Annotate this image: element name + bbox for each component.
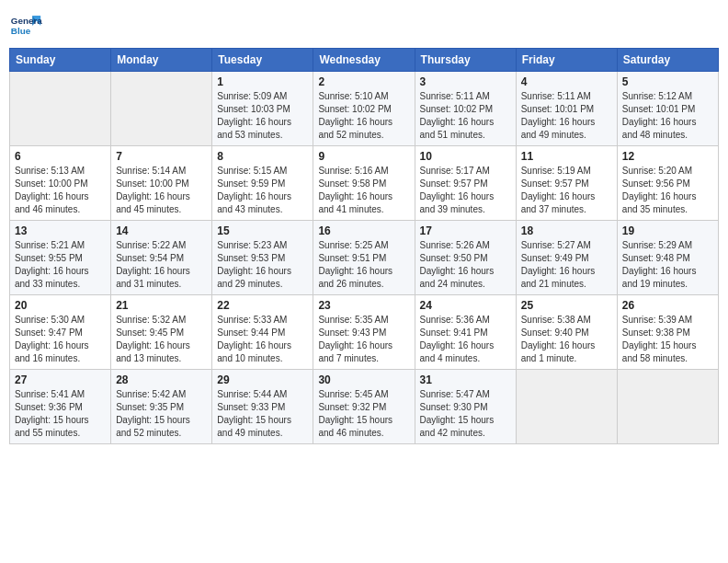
- calendar-cell: 20Sunrise: 5:30 AM Sunset: 9:47 PM Dayli…: [10, 295, 111, 370]
- day-number: 30: [318, 373, 409, 386]
- calendar-cell: 24Sunrise: 5:36 AM Sunset: 9:41 PM Dayli…: [415, 295, 516, 370]
- calendar-cell: 26Sunrise: 5:39 AM Sunset: 9:38 PM Dayli…: [617, 295, 718, 370]
- svg-text:General: General: [11, 16, 42, 26]
- day-number: 18: [521, 224, 612, 237]
- day-info: Sunrise: 5:35 AM Sunset: 9:43 PM Dayligh…: [318, 314, 409, 365]
- day-info: Sunrise: 5:11 AM Sunset: 10:01 PM Daylig…: [521, 90, 612, 142]
- calendar-cell: 4Sunrise: 5:11 AM Sunset: 10:01 PM Dayli…: [516, 72, 617, 146]
- day-info: Sunrise: 5:32 AM Sunset: 9:45 PM Dayligh…: [116, 314, 207, 365]
- day-header-wednesday: Wednesday: [313, 49, 415, 72]
- calendar-cell: 13Sunrise: 5:21 AM Sunset: 9:55 PM Dayli…: [10, 221, 111, 295]
- day-info: Sunrise: 5:22 AM Sunset: 9:54 PM Dayligh…: [116, 239, 207, 291]
- calendar-table: SundayMondayTuesdayWednesdayThursdayFrid…: [9, 48, 719, 444]
- calendar-cell: [516, 370, 617, 444]
- calendar-cell: 16Sunrise: 5:25 AM Sunset: 9:51 PM Dayli…: [313, 221, 415, 295]
- day-info: Sunrise: 5:25 AM Sunset: 9:51 PM Dayligh…: [318, 239, 409, 291]
- calendar-cell: 15Sunrise: 5:23 AM Sunset: 9:53 PM Dayli…: [212, 221, 313, 295]
- day-info: Sunrise: 5:17 AM Sunset: 9:57 PM Dayligh…: [420, 165, 511, 216]
- calendar-week-row: 27Sunrise: 5:41 AM Sunset: 9:36 PM Dayli…: [10, 370, 719, 444]
- day-info: Sunrise: 5:19 AM Sunset: 9:57 PM Dayligh…: [521, 165, 612, 216]
- day-number: 7: [116, 150, 207, 163]
- calendar-cell: 17Sunrise: 5:26 AM Sunset: 9:50 PM Dayli…: [415, 221, 516, 295]
- day-number: 28: [116, 373, 207, 386]
- calendar-cell: 22Sunrise: 5:33 AM Sunset: 9:44 PM Dayli…: [212, 295, 313, 370]
- calendar-cell: 8Sunrise: 5:15 AM Sunset: 9:59 PM Daylig…: [212, 146, 313, 221]
- day-info: Sunrise: 5:41 AM Sunset: 9:36 PM Dayligh…: [15, 388, 106, 440]
- calendar-cell: 3Sunrise: 5:11 AM Sunset: 10:02 PM Dayli…: [415, 72, 516, 146]
- calendar-header-row: SundayMondayTuesdayWednesdayThursdayFrid…: [10, 49, 719, 72]
- calendar-cell: 7Sunrise: 5:14 AM Sunset: 10:00 PM Dayli…: [111, 146, 212, 221]
- day-number: 4: [521, 75, 612, 88]
- day-number: 13: [15, 224, 106, 237]
- day-number: 26: [622, 299, 713, 312]
- day-info: Sunrise: 5:09 AM Sunset: 10:03 PM Daylig…: [217, 90, 308, 142]
- calendar-cell: 28Sunrise: 5:42 AM Sunset: 9:35 PM Dayli…: [111, 370, 212, 444]
- day-info: Sunrise: 5:44 AM Sunset: 9:33 PM Dayligh…: [217, 388, 308, 440]
- day-number: 29: [217, 373, 308, 386]
- day-number: 16: [318, 224, 409, 237]
- day-number: 1: [217, 75, 308, 88]
- day-number: 3: [420, 75, 511, 88]
- calendar-cell: 2Sunrise: 5:10 AM Sunset: 10:02 PM Dayli…: [313, 72, 415, 146]
- day-info: Sunrise: 5:42 AM Sunset: 9:35 PM Dayligh…: [116, 388, 207, 440]
- calendar-cell: 14Sunrise: 5:22 AM Sunset: 9:54 PM Dayli…: [111, 221, 212, 295]
- calendar-cell: 19Sunrise: 5:29 AM Sunset: 9:48 PM Dayli…: [617, 221, 718, 295]
- day-number: 27: [15, 373, 106, 386]
- day-number: 19: [622, 224, 713, 237]
- calendar-cell: 5Sunrise: 5:12 AM Sunset: 10:01 PM Dayli…: [617, 72, 718, 146]
- calendar-cell: [10, 72, 111, 146]
- day-info: Sunrise: 5:11 AM Sunset: 10:02 PM Daylig…: [420, 90, 511, 142]
- day-number: 6: [15, 150, 106, 163]
- calendar-cell: 10Sunrise: 5:17 AM Sunset: 9:57 PM Dayli…: [415, 146, 516, 221]
- day-number: 15: [217, 224, 308, 237]
- day-info: Sunrise: 5:15 AM Sunset: 9:59 PM Dayligh…: [217, 165, 308, 216]
- day-header-thursday: Thursday: [415, 49, 516, 72]
- day-number: 21: [116, 299, 207, 312]
- calendar-cell: 31Sunrise: 5:47 AM Sunset: 9:30 PM Dayli…: [415, 370, 516, 444]
- day-info: Sunrise: 5:26 AM Sunset: 9:50 PM Dayligh…: [420, 239, 511, 291]
- day-info: Sunrise: 5:27 AM Sunset: 9:49 PM Dayligh…: [521, 239, 612, 291]
- day-info: Sunrise: 5:38 AM Sunset: 9:40 PM Dayligh…: [521, 314, 612, 365]
- logo-icon: General Blue: [9, 9, 42, 42]
- calendar-week-row: 1Sunrise: 5:09 AM Sunset: 10:03 PM Dayli…: [10, 72, 719, 146]
- calendar-cell: [111, 72, 212, 146]
- day-number: 17: [420, 224, 511, 237]
- calendar-week-row: 6Sunrise: 5:13 AM Sunset: 10:00 PM Dayli…: [10, 146, 719, 221]
- calendar-cell: 6Sunrise: 5:13 AM Sunset: 10:00 PM Dayli…: [10, 146, 111, 221]
- day-info: Sunrise: 5:21 AM Sunset: 9:55 PM Dayligh…: [15, 239, 106, 291]
- calendar-cell: 27Sunrise: 5:41 AM Sunset: 9:36 PM Dayli…: [10, 370, 111, 444]
- day-info: Sunrise: 5:29 AM Sunset: 9:48 PM Dayligh…: [622, 239, 713, 291]
- calendar-cell: 11Sunrise: 5:19 AM Sunset: 9:57 PM Dayli…: [516, 146, 617, 221]
- day-header-friday: Friday: [516, 49, 617, 72]
- day-info: Sunrise: 5:13 AM Sunset: 10:00 PM Daylig…: [15, 165, 106, 216]
- day-info: Sunrise: 5:10 AM Sunset: 10:02 PM Daylig…: [318, 90, 409, 142]
- calendar-cell: 23Sunrise: 5:35 AM Sunset: 9:43 PM Dayli…: [313, 295, 415, 370]
- day-number: 12: [622, 150, 713, 163]
- day-info: Sunrise: 5:14 AM Sunset: 10:00 PM Daylig…: [116, 165, 207, 216]
- day-info: Sunrise: 5:47 AM Sunset: 9:30 PM Dayligh…: [420, 388, 511, 440]
- logo: General Blue: [9, 9, 46, 42]
- day-number: 10: [420, 150, 511, 163]
- day-header-sunday: Sunday: [10, 49, 111, 72]
- calendar-week-row: 20Sunrise: 5:30 AM Sunset: 9:47 PM Dayli…: [10, 295, 719, 370]
- day-number: 23: [318, 299, 409, 312]
- day-number: 24: [420, 299, 511, 312]
- day-number: 14: [116, 224, 207, 237]
- svg-text:Blue: Blue: [11, 26, 31, 36]
- day-number: 5: [622, 75, 713, 88]
- day-number: 11: [521, 150, 612, 163]
- day-info: Sunrise: 5:36 AM Sunset: 9:41 PM Dayligh…: [420, 314, 511, 365]
- day-number: 9: [318, 150, 409, 163]
- calendar-cell: 21Sunrise: 5:32 AM Sunset: 9:45 PM Dayli…: [111, 295, 212, 370]
- day-number: 2: [318, 75, 409, 88]
- day-header-tuesday: Tuesday: [212, 49, 313, 72]
- calendar-week-row: 13Sunrise: 5:21 AM Sunset: 9:55 PM Dayli…: [10, 221, 719, 295]
- day-header-monday: Monday: [111, 49, 212, 72]
- day-info: Sunrise: 5:33 AM Sunset: 9:44 PM Dayligh…: [217, 314, 308, 365]
- day-info: Sunrise: 5:30 AM Sunset: 9:47 PM Dayligh…: [15, 314, 106, 365]
- calendar-cell: 29Sunrise: 5:44 AM Sunset: 9:33 PM Dayli…: [212, 370, 313, 444]
- day-number: 22: [217, 299, 308, 312]
- day-info: Sunrise: 5:45 AM Sunset: 9:32 PM Dayligh…: [318, 388, 409, 440]
- calendar-cell: 18Sunrise: 5:27 AM Sunset: 9:49 PM Dayli…: [516, 221, 617, 295]
- day-header-saturday: Saturday: [617, 49, 718, 72]
